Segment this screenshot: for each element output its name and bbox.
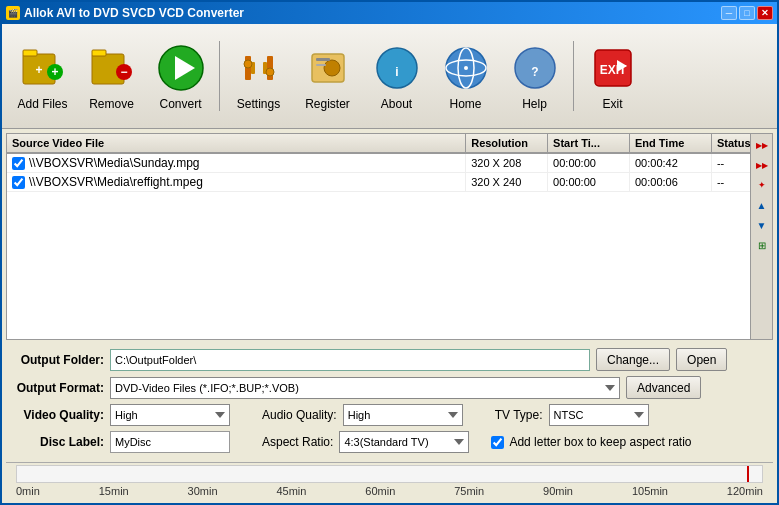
svg-point-25 — [464, 66, 468, 70]
convert-label: Convert — [159, 97, 201, 111]
sidebar-icon-up[interactable]: ▲ — [753, 196, 771, 214]
file-source-cell: \\VBOXSVR\Media\reffight.mpeg — [7, 173, 466, 192]
file-source-name: \\VBOXSVR\Media\reffight.mpeg — [29, 175, 203, 189]
tv-type-label: TV Type: — [495, 408, 543, 422]
timeline-marker — [747, 466, 749, 482]
home-label: Home — [449, 97, 481, 111]
title-buttons: ─ □ ✕ — [721, 6, 773, 20]
about-label: About — [381, 97, 412, 111]
file-end-cell: 00:00:42 — [630, 153, 712, 173]
timeline-label-75: 75min — [454, 485, 484, 497]
open-button[interactable]: Open — [676, 348, 727, 371]
title-bar: 🎬 Allok AVI to DVD SVCD VCD Converter ─ … — [2, 2, 777, 24]
output-folder-input[interactable] — [110, 349, 590, 371]
file-source-name: \\VBOXSVR\Media\Sunday.mpg — [29, 156, 200, 170]
svg-rect-19 — [316, 64, 326, 66]
output-format-label: Output Format: — [14, 381, 104, 395]
aspect-ratio-label: Aspect Ratio: — [262, 435, 333, 449]
add-files-icon: + + — [17, 42, 69, 94]
sidebar-icon-3[interactable]: ✦ — [753, 176, 771, 194]
letterbox-checkbox[interactable] — [491, 436, 504, 449]
svg-rect-18 — [316, 58, 330, 61]
output-folder-row: Output Folder: Change... Open — [14, 348, 765, 371]
toolbar-separator-2 — [573, 41, 574, 111]
register-label: Register — [305, 97, 350, 111]
sidebar-icon-2[interactable]: ▶▶ — [753, 156, 771, 174]
timeline-area: 0min 15min 30min 45min 60min 75min 90min… — [6, 462, 773, 499]
svg-rect-6 — [92, 50, 106, 56]
file-start-cell: 00:00:00 — [548, 153, 630, 173]
help-button[interactable]: ? Help — [502, 37, 567, 116]
exit-button[interactable]: EXIT Exit — [580, 37, 645, 116]
video-quality-select[interactable]: HighMediumLow — [110, 404, 230, 426]
svg-text:+: + — [35, 63, 42, 77]
timeline-label-15: 15min — [99, 485, 129, 497]
help-label: Help — [522, 97, 547, 111]
output-format-row: Output Format: DVD-Video Files (*.IFO;*.… — [14, 376, 765, 399]
add-files-button[interactable]: + + Add Files — [10, 37, 75, 116]
table-row: \\VBOXSVR\Media\reffight.mpeg 320 X 240 … — [7, 173, 772, 192]
file-checkbox-1[interactable] — [12, 176, 25, 189]
about-button[interactable]: i About — [364, 37, 429, 116]
exit-label: Exit — [602, 97, 622, 111]
tv-type-select[interactable]: NTSCPAL — [549, 404, 649, 426]
settings-label: Settings — [237, 97, 280, 111]
advanced-button[interactable]: Advanced — [626, 376, 701, 399]
timeline-label-0: 0min — [16, 485, 40, 497]
register-button[interactable]: Register — [295, 37, 360, 116]
svg-text:?: ? — [531, 65, 538, 79]
about-icon: i — [371, 42, 423, 94]
disc-label-row: Disc Label: Aspect Ratio: 4:3(Standard T… — [14, 431, 765, 453]
help-icon: ? — [509, 42, 561, 94]
file-table-container: Source Video File Resolution Start Ti...… — [6, 133, 773, 340]
table-row: \\VBOXSVR\Media\Sunday.mpg 320 X 208 00:… — [7, 153, 772, 173]
sidebar-icon-down[interactable]: ▼ — [753, 216, 771, 234]
settings-button[interactable]: Settings — [226, 37, 291, 116]
file-checkbox-0[interactable] — [12, 157, 25, 170]
minimize-button[interactable]: ─ — [721, 6, 737, 20]
file-resolution-cell: 320 X 240 — [466, 173, 548, 192]
col-header-start: Start Ti... — [548, 134, 630, 153]
output-format-select[interactable]: DVD-Video Files (*.IFO;*.BUP;*.VOB)SVCD-… — [110, 377, 620, 399]
timeline-labels: 0min 15min 30min 45min 60min 75min 90min… — [6, 483, 773, 497]
content-area: Source Video File Resolution Start Ti...… — [2, 129, 777, 503]
timeline-label-120: 120min — [727, 485, 763, 497]
remove-icon: − — [86, 42, 138, 94]
timeline-label-45: 45min — [276, 485, 306, 497]
disc-label-input[interactable] — [110, 431, 230, 453]
svg-point-15 — [244, 60, 252, 68]
convert-icon — [155, 42, 207, 94]
maximize-button[interactable]: □ — [739, 6, 755, 20]
register-icon — [302, 42, 354, 94]
sidebar-icons: ▶▶ ▶▶ ✦ ▲ ▼ ⊞ — [750, 134, 772, 339]
form-area: Output Folder: Change... Open Output For… — [6, 344, 773, 462]
col-header-source: Source Video File — [7, 134, 466, 153]
home-button[interactable]: Home — [433, 37, 498, 116]
title-bar-left: 🎬 Allok AVI to DVD SVCD VCD Converter — [6, 6, 244, 20]
close-button[interactable]: ✕ — [757, 6, 773, 20]
svg-text:i: i — [395, 65, 398, 79]
exit-icon: EXIT — [587, 42, 639, 94]
output-folder-label: Output Folder: — [14, 353, 104, 367]
file-table: Source Video File Resolution Start Ti...… — [7, 134, 772, 192]
file-source-cell: \\VBOXSVR\Media\Sunday.mpg — [7, 153, 466, 173]
timeline-track[interactable] — [16, 465, 763, 483]
aspect-ratio-select[interactable]: 4:3(Standard TV)16:9(Widescreen) — [339, 431, 469, 453]
sidebar-icon-grid[interactable]: ⊞ — [753, 236, 771, 254]
change-button[interactable]: Change... — [596, 348, 670, 371]
add-files-label: Add Files — [17, 97, 67, 111]
timeline-label-60: 60min — [365, 485, 395, 497]
letterbox-container: Add letter box to keep aspect ratio — [491, 435, 691, 449]
sidebar-icon-1[interactable]: ▶▶ — [753, 136, 771, 154]
letterbox-label: Add letter box to keep aspect ratio — [509, 435, 691, 449]
convert-button[interactable]: Convert — [148, 37, 213, 116]
svg-text:+: + — [51, 65, 58, 79]
window-title: Allok AVI to DVD SVCD VCD Converter — [24, 6, 244, 20]
file-resolution-cell: 320 X 208 — [466, 153, 548, 173]
remove-button[interactable]: − Remove — [79, 37, 144, 116]
svg-point-16 — [266, 68, 274, 76]
settings-icon — [233, 42, 285, 94]
disc-label-label: Disc Label: — [14, 435, 104, 449]
home-icon — [440, 42, 492, 94]
audio-quality-select[interactable]: HighMediumLow — [343, 404, 463, 426]
